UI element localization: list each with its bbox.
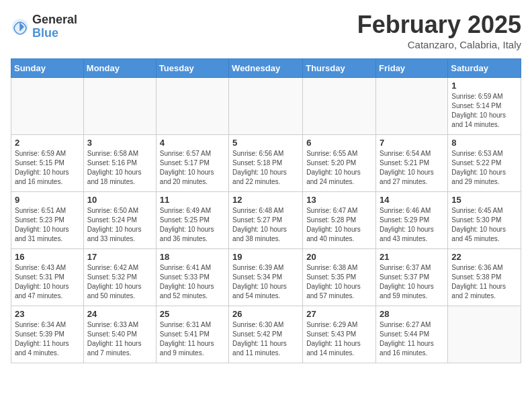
- day-number: 13: [306, 195, 372, 205]
- title-area: February 2025 Catanzaro, Calabria, Italy: [357, 11, 521, 50]
- calendar-cell: 6Sunrise: 6:55 AM Sunset: 5:20 PM Daylig…: [303, 135, 376, 192]
- day-info: Sunrise: 6:36 AM Sunset: 5:38 PM Dayligh…: [451, 263, 517, 301]
- day-info: Sunrise: 6:39 AM Sunset: 5:34 PM Dayligh…: [232, 263, 299, 301]
- day-number: 4: [160, 138, 225, 148]
- day-info: Sunrise: 6:45 AM Sunset: 5:30 PM Dayligh…: [451, 206, 517, 244]
- day-number: 27: [306, 309, 372, 319]
- week-row-2: 9Sunrise: 6:51 AM Sunset: 5:23 PM Daylig…: [11, 192, 521, 249]
- day-info: Sunrise: 6:50 AM Sunset: 5:24 PM Dayligh…: [87, 206, 152, 244]
- day-number: 9: [15, 195, 80, 205]
- week-row-1: 2Sunrise: 6:59 AM Sunset: 5:15 PM Daylig…: [11, 135, 521, 192]
- calendar-cell: 15Sunrise: 6:45 AM Sunset: 5:30 PM Dayli…: [448, 192, 521, 249]
- day-info: Sunrise: 6:47 AM Sunset: 5:28 PM Dayligh…: [306, 206, 372, 244]
- day-number: 25: [160, 309, 225, 319]
- day-header-friday: Friday: [376, 59, 448, 78]
- day-number: 14: [380, 195, 444, 205]
- day-header-wednesday: Wednesday: [229, 59, 303, 78]
- day-info: Sunrise: 6:38 AM Sunset: 5:35 PM Dayligh…: [306, 263, 372, 301]
- day-info: Sunrise: 6:30 AM Sunset: 5:42 PM Dayligh…: [232, 320, 299, 358]
- day-number: 2: [15, 138, 80, 148]
- day-header-thursday: Thursday: [303, 59, 376, 78]
- day-info: Sunrise: 6:33 AM Sunset: 5:40 PM Dayligh…: [87, 320, 152, 358]
- day-info: Sunrise: 6:43 AM Sunset: 5:31 PM Dayligh…: [15, 263, 80, 301]
- day-number: 26: [232, 309, 299, 319]
- day-header-row: SundayMondayTuesdayWednesdayThursdayFrid…: [11, 59, 521, 78]
- day-number: 16: [15, 252, 80, 262]
- day-header-tuesday: Tuesday: [156, 59, 228, 78]
- day-info: Sunrise: 6:37 AM Sunset: 5:37 PM Dayligh…: [380, 263, 444, 301]
- day-info: Sunrise: 6:57 AM Sunset: 5:17 PM Dayligh…: [160, 149, 225, 187]
- day-header-monday: Monday: [83, 59, 156, 78]
- calendar-cell: [376, 78, 448, 135]
- day-info: Sunrise: 6:29 AM Sunset: 5:43 PM Dayligh…: [306, 320, 372, 358]
- day-number: 28: [380, 309, 444, 319]
- calendar-cell: 23Sunrise: 6:34 AM Sunset: 5:39 PM Dayli…: [11, 306, 84, 363]
- day-info: Sunrise: 6:55 AM Sunset: 5:20 PM Dayligh…: [306, 149, 372, 187]
- day-number: 1: [451, 81, 517, 91]
- day-info: Sunrise: 6:48 AM Sunset: 5:27 PM Dayligh…: [232, 206, 299, 244]
- calendar-cell: 1Sunrise: 6:59 AM Sunset: 5:14 PM Daylig…: [448, 78, 521, 135]
- calendar-cell: 13Sunrise: 6:47 AM Sunset: 5:28 PM Dayli…: [303, 192, 376, 249]
- day-info: Sunrise: 6:27 AM Sunset: 5:44 PM Dayligh…: [380, 320, 444, 358]
- calendar-cell: 11Sunrise: 6:49 AM Sunset: 5:25 PM Dayli…: [156, 192, 228, 249]
- day-info: Sunrise: 6:58 AM Sunset: 5:16 PM Dayligh…: [87, 149, 152, 187]
- calendar-cell: 27Sunrise: 6:29 AM Sunset: 5:43 PM Dayli…: [303, 306, 376, 363]
- calendar-cell: 20Sunrise: 6:38 AM Sunset: 5:35 PM Dayli…: [303, 249, 376, 306]
- week-row-4: 23Sunrise: 6:34 AM Sunset: 5:39 PM Dayli…: [11, 306, 521, 363]
- day-number: 19: [232, 252, 299, 262]
- calendar-cell: 28Sunrise: 6:27 AM Sunset: 5:44 PM Dayli…: [376, 306, 448, 363]
- calendar-cell: 17Sunrise: 6:42 AM Sunset: 5:32 PM Dayli…: [83, 249, 156, 306]
- calendar-cell: [448, 306, 521, 363]
- day-info: Sunrise: 6:53 AM Sunset: 5:22 PM Dayligh…: [451, 149, 517, 187]
- week-row-3: 16Sunrise: 6:43 AM Sunset: 5:31 PM Dayli…: [11, 249, 521, 306]
- calendar-cell: 21Sunrise: 6:37 AM Sunset: 5:37 PM Dayli…: [376, 249, 448, 306]
- day-number: 3: [87, 138, 152, 148]
- day-info: Sunrise: 6:59 AM Sunset: 5:14 PM Dayligh…: [451, 92, 517, 130]
- day-header-saturday: Saturday: [448, 59, 521, 78]
- calendar-cell: 10Sunrise: 6:50 AM Sunset: 5:24 PM Dayli…: [83, 192, 156, 249]
- day-info: Sunrise: 6:49 AM Sunset: 5:25 PM Dayligh…: [160, 206, 225, 244]
- calendar-cell: 26Sunrise: 6:30 AM Sunset: 5:42 PM Dayli…: [229, 306, 303, 363]
- calendar-cell: 8Sunrise: 6:53 AM Sunset: 5:22 PM Daylig…: [448, 135, 521, 192]
- day-number: 21: [380, 252, 444, 262]
- day-number: 22: [451, 252, 517, 262]
- day-header-sunday: Sunday: [11, 59, 84, 78]
- calendar-cell: 25Sunrise: 6:31 AM Sunset: 5:41 PM Dayli…: [156, 306, 228, 363]
- calendar-cell: [303, 78, 376, 135]
- day-number: 17: [87, 252, 152, 262]
- calendar-cell: 2Sunrise: 6:59 AM Sunset: 5:15 PM Daylig…: [11, 135, 84, 192]
- calendar-cell: 7Sunrise: 6:54 AM Sunset: 5:21 PM Daylig…: [376, 135, 448, 192]
- calendar-cell: 4Sunrise: 6:57 AM Sunset: 5:17 PM Daylig…: [156, 135, 228, 192]
- day-number: 18: [160, 252, 225, 262]
- day-number: 15: [451, 195, 517, 205]
- day-info: Sunrise: 6:54 AM Sunset: 5:21 PM Dayligh…: [380, 149, 444, 187]
- calendar-cell: [11, 78, 84, 135]
- logo-icon: [11, 17, 30, 36]
- day-number: 23: [15, 309, 80, 319]
- day-number: 6: [306, 138, 372, 148]
- day-info: Sunrise: 6:46 AM Sunset: 5:29 PM Dayligh…: [380, 206, 444, 244]
- calendar-cell: 24Sunrise: 6:33 AM Sunset: 5:40 PM Dayli…: [83, 306, 156, 363]
- calendar-cell: 9Sunrise: 6:51 AM Sunset: 5:23 PM Daylig…: [11, 192, 84, 249]
- day-info: Sunrise: 6:31 AM Sunset: 5:41 PM Dayligh…: [160, 320, 225, 358]
- day-number: 12: [232, 195, 299, 205]
- logo-general-text: General: [32, 13, 77, 27]
- day-number: 11: [160, 195, 225, 205]
- month-title: February 2025: [357, 11, 521, 39]
- calendar-cell: 22Sunrise: 6:36 AM Sunset: 5:38 PM Dayli…: [448, 249, 521, 306]
- day-info: Sunrise: 6:59 AM Sunset: 5:15 PM Dayligh…: [15, 149, 80, 187]
- calendar-cell: 16Sunrise: 6:43 AM Sunset: 5:31 PM Dayli…: [11, 249, 84, 306]
- logo: General Blue: [11, 13, 77, 40]
- calendar-cell: [156, 78, 228, 135]
- day-number: 20: [306, 252, 372, 262]
- logo-blue-text: Blue: [32, 27, 77, 40]
- calendar-cell: 3Sunrise: 6:58 AM Sunset: 5:16 PM Daylig…: [83, 135, 156, 192]
- day-number: 7: [380, 138, 444, 148]
- header: General Blue February 2025 Catanzaro, Ca…: [11, 11, 521, 50]
- calendar-cell: [229, 78, 303, 135]
- day-number: 8: [451, 138, 517, 148]
- week-row-0: 1Sunrise: 6:59 AM Sunset: 5:14 PM Daylig…: [11, 78, 521, 135]
- calendar-cell: 5Sunrise: 6:56 AM Sunset: 5:18 PM Daylig…: [229, 135, 303, 192]
- calendar-cell: 14Sunrise: 6:46 AM Sunset: 5:29 PM Dayli…: [376, 192, 448, 249]
- calendar-cell: 19Sunrise: 6:39 AM Sunset: 5:34 PM Dayli…: [229, 249, 303, 306]
